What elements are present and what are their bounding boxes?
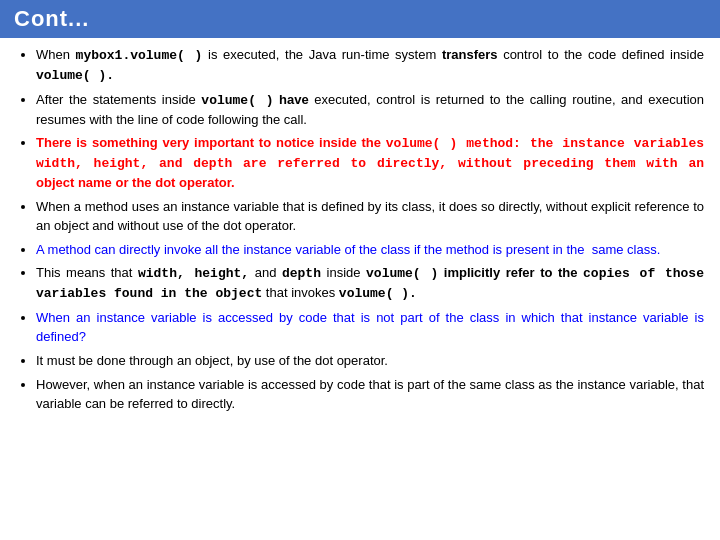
list-item: This means that width, height, and depth… [36,264,704,304]
code-span: volume( ). [339,286,417,301]
title-text: Cont... [14,6,89,31]
blue-text: A method can directly invoke all the ins… [36,242,660,257]
list-item: However, when an instance variable is ac… [36,376,704,414]
code-span: volume( ) [366,266,438,281]
code-span: mybox1.volume( ) [76,48,203,63]
list-item: When an instance variable is accessed by… [36,309,704,347]
page-container: Cont... When mybox1.volume( ) is execute… [0,0,720,540]
code-span: depth [282,266,321,281]
list-item: A method can directly invoke all the ins… [36,241,704,260]
bullet-list: When mybox1.volume( ) is executed, the J… [16,46,704,413]
code-span: width, height, and depth [36,156,232,171]
list-item: There is something very important to not… [36,134,704,193]
code-span: width, height, [138,266,249,281]
code-span: volume( ) method: the instance variables… [36,136,704,171]
list-item: It must be done through an object, by us… [36,352,704,371]
blue-text: When an instance variable is accessed by… [36,310,704,344]
content-area: When mybox1.volume( ) is executed, the J… [0,38,720,426]
list-item: When mybox1.volume( ) is executed, the J… [36,46,704,86]
title-bar: Cont... [0,0,720,38]
code-span: volume( ). [36,68,114,83]
list-item: When a method uses an instance variable … [36,198,704,236]
code-span: volume( ) [201,93,273,108]
highlight-text: There is something very important to not… [36,135,704,190]
list-item: After the statements inside volume( ) ha… [36,91,704,130]
